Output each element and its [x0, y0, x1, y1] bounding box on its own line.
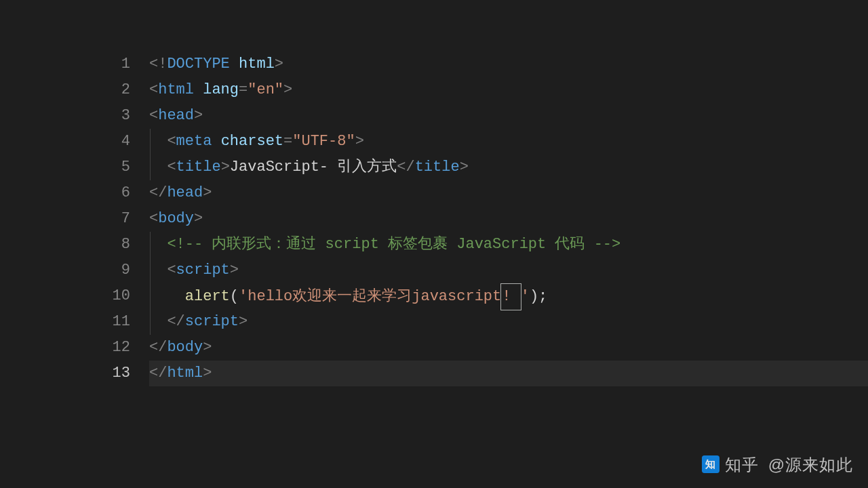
token: (	[230, 288, 239, 305]
token: </	[149, 339, 167, 356]
token: <	[167, 262, 176, 279]
indent-guide	[150, 258, 151, 283]
watermark-author: @源来如此	[768, 455, 853, 474]
code-content[interactable]: <!DOCTYPE html><html lang="en"><head> <m…	[149, 52, 868, 386]
watermark: 知 知乎 @源来如此	[702, 454, 853, 476]
token	[149, 313, 167, 330]
token: meta	[176, 133, 212, 150]
token: <!	[149, 56, 167, 73]
token: >	[194, 107, 203, 124]
code-editor[interactable]: 12345678910111213 <!DOCTYPE html><html l…	[0, 0, 868, 386]
token: <	[149, 107, 158, 124]
token: "UTF-8"	[292, 133, 355, 150]
token: >	[221, 159, 230, 176]
token: 'hello欢迎来一起来学习javascript	[239, 288, 501, 305]
line-number: 2	[0, 77, 149, 103]
token: >	[239, 313, 248, 330]
code-line[interactable]: alert('hello欢迎来一起来学习javascript! ');	[149, 283, 868, 309]
token: DOCTYPE	[167, 56, 229, 73]
token: </	[397, 159, 414, 176]
code-line[interactable]: <html lang="en">	[149, 77, 868, 103]
token: body	[158, 210, 194, 227]
token: >	[203, 339, 212, 356]
token: >	[203, 184, 212, 201]
indent-guide	[150, 309, 151, 335]
token: =	[283, 133, 292, 150]
code-line[interactable]: <body>	[149, 206, 868, 232]
line-number: 9	[0, 258, 149, 283]
token: title	[415, 159, 460, 176]
line-number: 7	[0, 206, 149, 232]
line-number: 3	[0, 103, 149, 129]
indent-guide	[150, 129, 151, 155]
zhihu-icon: 知	[702, 455, 719, 473]
token: =	[239, 81, 248, 98]
line-number: 13	[0, 361, 149, 386]
token: </	[149, 184, 167, 201]
token: >	[355, 133, 364, 150]
svg-text:知: 知	[705, 458, 715, 470]
watermark-brand: 知乎	[725, 455, 759, 474]
token: html	[239, 56, 275, 73]
token: title	[176, 159, 221, 176]
code-line[interactable]: <head>	[149, 103, 868, 129]
indent-guide	[150, 283, 151, 309]
line-number: 10	[0, 283, 149, 309]
token: <!-- 内联形式：通过 script 标签包裹 JavaScript 代码 -…	[167, 236, 620, 253]
token: script	[176, 262, 230, 279]
token: <	[149, 81, 158, 98]
token: <	[167, 159, 176, 176]
token: JavaScript- 引入方式	[230, 159, 397, 176]
token: charset	[221, 133, 283, 150]
token: body	[167, 339, 203, 356]
line-number: 8	[0, 232, 149, 258]
code-line[interactable]: </body>	[149, 335, 868, 361]
token: "en"	[248, 81, 283, 98]
token	[149, 236, 167, 253]
token: >	[283, 81, 292, 98]
token: </	[149, 365, 167, 382]
token	[230, 56, 239, 73]
token: html	[158, 81, 194, 98]
indent-guide	[150, 155, 151, 180]
token: head	[167, 184, 203, 201]
code-line[interactable]: <!DOCTYPE html>	[149, 52, 868, 77]
token: </	[167, 313, 184, 330]
token	[194, 81, 203, 98]
token: >	[194, 210, 203, 227]
code-line[interactable]: </html>	[149, 361, 868, 386]
code-line[interactable]: <title>JavaScript- 引入方式</title>	[149, 155, 868, 180]
token: <	[149, 210, 158, 227]
code-line[interactable]: <meta charset="UTF-8">	[149, 129, 868, 155]
token: >	[203, 365, 212, 382]
line-number: 5	[0, 155, 149, 180]
indent-guide	[150, 232, 151, 258]
line-number-gutter: 12345678910111213	[0, 52, 149, 386]
code-line[interactable]: <script>	[149, 258, 868, 283]
code-line[interactable]: <!-- 内联形式：通过 script 标签包裹 JavaScript 代码 -…	[149, 232, 868, 258]
token	[149, 262, 167, 279]
token	[149, 133, 167, 150]
line-number: 12	[0, 335, 149, 361]
token: );	[530, 288, 547, 305]
code-line[interactable]: </head>	[149, 180, 868, 206]
token: lang	[203, 81, 239, 98]
token: !	[500, 283, 521, 310]
token: <	[167, 133, 176, 150]
token: html	[167, 365, 203, 382]
line-number: 1	[0, 52, 149, 77]
line-number: 4	[0, 129, 149, 155]
token: alert	[185, 288, 230, 305]
line-number: 6	[0, 180, 149, 206]
token: >	[230, 262, 239, 279]
token: script	[185, 313, 239, 330]
token: head	[158, 107, 194, 124]
token	[149, 288, 185, 305]
line-number: 11	[0, 309, 149, 335]
token	[212, 133, 220, 150]
code-line[interactable]: </script>	[149, 309, 868, 335]
token: >	[275, 56, 283, 73]
token: '	[521, 288, 530, 305]
token: >	[460, 159, 469, 176]
token	[149, 159, 167, 176]
